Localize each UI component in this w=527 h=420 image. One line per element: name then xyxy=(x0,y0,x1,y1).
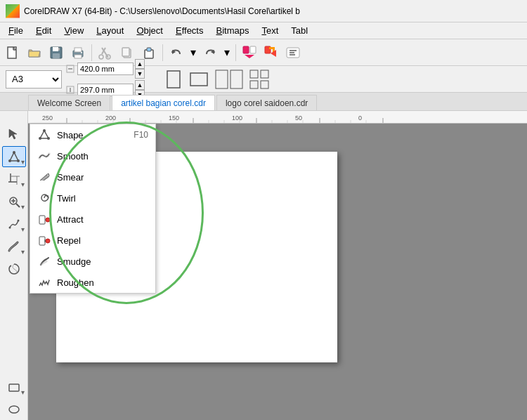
svg-rect-16 xyxy=(147,48,151,51)
repel-icon xyxy=(37,233,51,247)
smart-tool-btn[interactable] xyxy=(2,258,26,280)
menu-bitmaps[interactable]: Bitmaps xyxy=(210,24,254,37)
crop-tool-arrow: ▾ xyxy=(21,181,25,188)
height-up-btn[interactable]: ▲ xyxy=(135,80,145,90)
svg-point-52 xyxy=(17,220,19,222)
smudge-label: Smudge xyxy=(57,256,148,267)
width-down-btn[interactable]: ▼ xyxy=(135,69,145,79)
repel-label: Repel xyxy=(57,235,148,246)
page-size-bar: A3 A4 Letter ▲ ▼ ▲ ▼ xyxy=(0,66,527,93)
smear-icon xyxy=(37,170,51,184)
svg-rect-30 xyxy=(167,71,180,88)
smear-label: Smear xyxy=(57,172,148,183)
svg-point-88 xyxy=(46,218,50,222)
svg-text:250: 250 xyxy=(42,114,53,122)
shape-icon xyxy=(37,128,51,142)
svg-point-84 xyxy=(43,129,46,132)
redo-btn[interactable] xyxy=(200,43,220,63)
new-btn[interactable] xyxy=(3,43,22,63)
title-bar: CorelDRAW X7 (64-Bit) - C:\Users\lenovo\… xyxy=(0,0,527,22)
publish-btn[interactable] xyxy=(283,43,303,63)
page-layout-btn[interactable] xyxy=(214,70,245,89)
dropdown-item-attract[interactable]: Attract xyxy=(30,209,155,230)
svg-point-8 xyxy=(81,52,82,53)
twirl-label: Twirl xyxy=(57,193,148,204)
tab-welcome[interactable]: Welcome Screen xyxy=(28,95,110,110)
dropdown-item-twirl[interactable]: Twirl xyxy=(30,188,155,209)
grid-view-btn[interactable] xyxy=(249,70,270,89)
page-orientation-icons xyxy=(163,70,270,89)
ellipse-tool-btn[interactable] xyxy=(2,399,26,420)
shape-tool-arrow: ▾ xyxy=(21,158,25,166)
zoom-tool-arrow: ▾ xyxy=(21,203,25,211)
shape-tool-btn[interactable]: ▾ xyxy=(2,146,26,167)
svg-point-83 xyxy=(39,137,41,140)
menu-layout[interactable]: Layout xyxy=(91,24,129,37)
svg-rect-87 xyxy=(39,216,45,224)
export-btn[interactable] xyxy=(261,43,281,63)
svg-rect-4 xyxy=(58,48,60,51)
import-btn[interactable] xyxy=(240,43,259,63)
open-btn[interactable] xyxy=(25,43,44,63)
menu-text[interactable]: Text xyxy=(256,24,284,37)
svg-rect-3 xyxy=(53,53,60,58)
ruler-horizontal: 250 200 150 100 50 0 xyxy=(28,111,527,124)
svg-rect-2 xyxy=(53,47,58,51)
dropdown-item-roughen[interactable]: Roughen xyxy=(30,272,155,293)
menu-effects[interactable]: Effects xyxy=(170,24,209,37)
cut-btn[interactable] xyxy=(96,43,115,63)
menu-table[interactable]: Tabl xyxy=(285,24,313,37)
dimension-inputs: ▲ ▼ ▲ ▼ xyxy=(66,59,145,100)
app-logo xyxy=(6,4,20,18)
height-input[interactable] xyxy=(77,84,134,96)
crop-tool-btn[interactable]: ▾ xyxy=(2,169,26,190)
attract-icon xyxy=(37,212,51,226)
svg-rect-53 xyxy=(9,384,19,391)
svg-rect-36 xyxy=(250,81,258,88)
page-size-select[interactable]: A3 A4 Letter xyxy=(6,70,62,88)
dropdown-item-smear[interactable]: Smear xyxy=(30,166,155,188)
rect-tool-arrow: ▾ xyxy=(21,388,25,396)
rectangle-tool-btn[interactable]: ▾ xyxy=(2,376,26,398)
svg-rect-19 xyxy=(243,46,249,53)
undo-btn[interactable] xyxy=(167,43,186,63)
freehand-tool-arrow: ▾ xyxy=(21,225,25,233)
menu-object[interactable]: Object xyxy=(131,24,169,37)
landscape-btn[interactable] xyxy=(188,70,209,89)
svg-text:0: 0 xyxy=(358,114,362,122)
dropdown-item-smooth[interactable]: Smooth xyxy=(30,145,155,166)
tab-logo[interactable]: logo corel saidoen.cdr xyxy=(216,95,317,110)
menu-edit[interactable]: Edit xyxy=(30,24,57,37)
width-input[interactable] xyxy=(77,63,134,75)
dropdown-item-smudge[interactable]: Smudge xyxy=(30,251,155,272)
copy-btn[interactable] xyxy=(117,43,137,63)
save-btn[interactable] xyxy=(46,43,66,63)
artistic-tool-btn[interactable]: ▾ xyxy=(2,236,26,257)
roughen-icon xyxy=(37,275,51,289)
undo-dropdown[interactable]: ▾ xyxy=(188,43,198,63)
smooth-label: Smooth xyxy=(57,151,148,162)
svg-rect-7 xyxy=(74,55,82,58)
menu-file[interactable]: File xyxy=(3,24,29,37)
freehand-tool-btn[interactable]: ▾ xyxy=(2,214,26,235)
zoom-tool-btn[interactable]: ▾ xyxy=(2,191,26,212)
select-tool-btn[interactable] xyxy=(2,124,26,145)
svg-rect-32 xyxy=(216,70,228,88)
main-area: ▾ ▾ ▾ ▾ ▾ ▾ xyxy=(0,111,527,420)
dropdown-item-shape[interactable]: Shape F10 xyxy=(30,124,155,145)
separator-2 xyxy=(162,44,163,61)
title-bar-text: CorelDRAW X7 (64-Bit) - C:\Users\lenovo\… xyxy=(24,6,300,16)
redo-dropdown[interactable]: ▾ xyxy=(222,43,232,63)
toolbox: ▾ ▾ ▾ ▾ ▾ ▾ xyxy=(0,111,28,420)
svg-rect-6 xyxy=(74,48,82,52)
tab-artikel[interactable]: artikel bagian corel.cdr xyxy=(112,95,215,110)
svg-point-11 xyxy=(99,55,103,59)
svg-rect-14 xyxy=(122,48,129,56)
svg-point-91 xyxy=(46,239,50,243)
svg-point-42 xyxy=(17,159,20,162)
svg-rect-33 xyxy=(230,70,242,88)
portrait-btn[interactable] xyxy=(163,70,184,89)
attract-label: Attract xyxy=(57,214,148,225)
dropdown-item-repel[interactable]: Repel xyxy=(30,230,155,251)
menu-view[interactable]: View xyxy=(58,24,89,37)
